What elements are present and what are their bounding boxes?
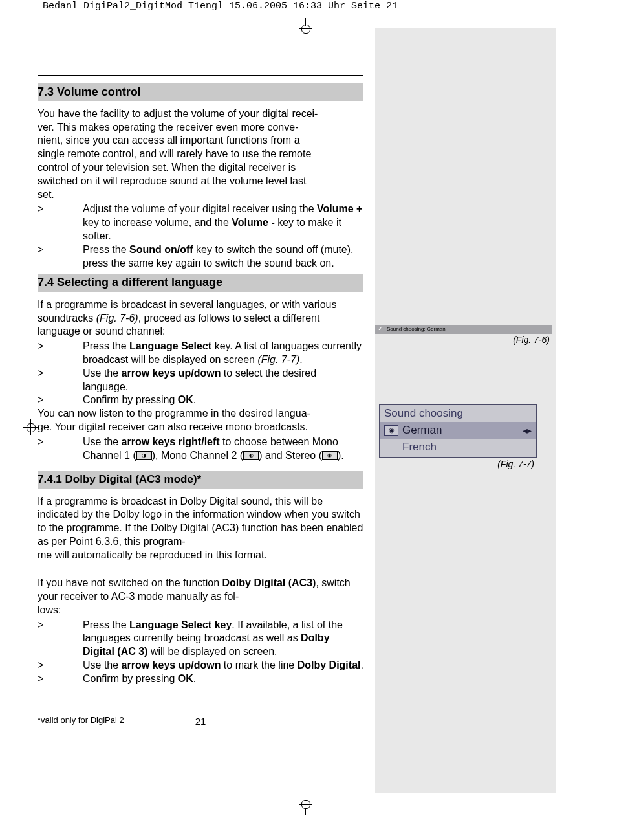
heading-7-3: 7.3 Volume control	[38, 83, 363, 101]
heading-7-4-1: 7.4.1 Dolby Digital (AC3 mode)*	[38, 471, 363, 488]
para-7-4-1-b: If you have not switched on the function…	[38, 563, 363, 617]
page-number: 21	[181, 715, 220, 728]
fig76-caption: (Fig. 7-6)	[375, 334, 552, 346]
main-text-column: 7.3 Volume control You have the facility…	[38, 28, 375, 793]
step: > Confirm by pressing OK.	[38, 672, 363, 686]
bottom-crop-mark	[0, 800, 617, 815]
stereo-mode-icon	[384, 425, 398, 436]
fig77-selected-item: German ◂▸	[380, 422, 536, 439]
figure-7-6: ✓ Sound choosing: German (Fig. 7-6)	[375, 325, 552, 346]
page-footer: *valid only for DigiPal 2 21	[38, 711, 363, 728]
crop-header: Bedanl DigiPal2_DigitMod T1engl 15.06.20…	[0, 0, 617, 18]
left-right-arrows-icon: ◂▸	[523, 425, 532, 436]
fig77-title: Sound choosing	[380, 405, 536, 422]
figure-7-7: Sound choosing German ◂▸ French (Fig. 7-…	[379, 404, 537, 470]
fig77-item: French	[380, 439, 536, 457]
para-7-3-intro: You have the facility to adjust the volu…	[38, 107, 363, 202]
step: > Adjust the volume of your digital rece…	[38, 203, 363, 243]
left-registration-mark	[27, 423, 36, 432]
heading-7-4: 7.4 Selecting a different language	[38, 274, 363, 291]
para-7-4-mono-note: You can now listen to the programme in t…	[38, 407, 363, 434]
stereo-icon: ◉	[322, 451, 338, 460]
meta-header-text: Bedanl DigiPal2_DigitMod T1engl 15.06.20…	[43, 1, 398, 12]
step: > Press the Language Select key. A list …	[38, 340, 363, 367]
step: > Press the Language Select key. If avai…	[38, 619, 363, 659]
step: > Use the arrow keys right/left to choos…	[38, 436, 363, 463]
mono1-icon: ◑	[136, 451, 152, 460]
footnote: *valid only for DigiPal 2	[38, 715, 181, 728]
step: > Press the Sound on/off key to switch t…	[38, 243, 363, 271]
step: > Use the arrow keys up/down to mark the…	[38, 659, 363, 672]
top-crop-mark	[0, 18, 617, 28]
left-margin	[0, 28, 38, 793]
fig77-caption: (Fig. 7-7)	[379, 458, 537, 470]
page-body: 7.3 Volume control You have the facility…	[0, 28, 617, 793]
para-7-4-1-a: If a programme is broadcast in Dolby Dig…	[38, 495, 363, 562]
fig76-text: Sound choosing: German	[387, 326, 446, 332]
step: > Use the arrow keys up/down to select t…	[38, 367, 363, 394]
step: > Confirm by pressing OK.	[38, 393, 363, 407]
check-icon: ✓	[378, 326, 383, 332]
para-7-4-intro: If a programme is broadcast in several l…	[38, 298, 363, 338]
mono2-icon: ◐	[243, 451, 259, 460]
figure-sidebar: ✓ Sound choosing: German (Fig. 7-6) Soun…	[375, 28, 556, 793]
